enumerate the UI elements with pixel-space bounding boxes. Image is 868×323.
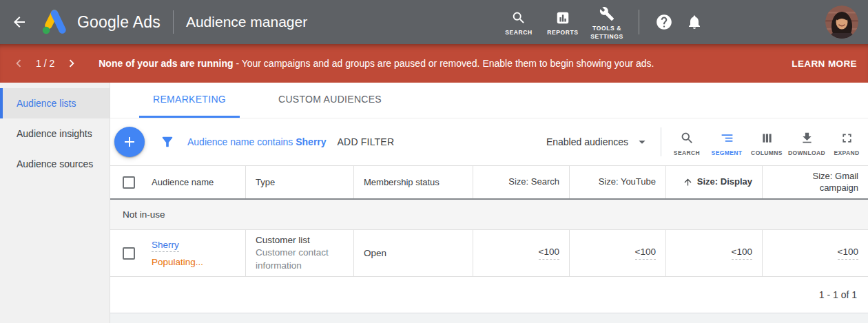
notifications-button[interactable] [679,14,710,30]
google-ads-logo-icon [40,8,69,37]
audience-name-stack: Sherry Populating... [152,240,203,267]
nav-tools-settings-label: TOOLS & SETTINGS [585,25,629,40]
learn-more-button[interactable]: LEARN MORE [792,59,857,69]
type-stack: Customer list Customer contact informati… [256,234,344,272]
column-label: Audience name [152,177,214,187]
size-youtube-value: <100 [635,247,656,260]
banner-message: None of your ads are running - Your camp… [99,58,654,69]
size-gmail-value: <100 [838,247,858,260]
column-header-size-search[interactable]: Size: Search [473,166,569,198]
chevron-right-icon [64,56,79,71]
bell-icon [686,14,703,30]
toolbar-divider [661,127,661,156]
cell-size-gmail: <100 [762,230,868,276]
help-icon [655,13,673,31]
active-indicator [0,88,3,118]
column-header-size-gmail[interactable]: Size: Gmail campaign [762,166,868,198]
table-row: Sherry Populating... Customer list Custo… [110,230,868,277]
banner-pagination: 1 / 2 [36,58,54,69]
banner-previous-button[interactable] [11,56,26,71]
segment-button[interactable]: SEGMENT [707,128,747,156]
select-all-checkbox[interactable] [123,176,135,189]
type-detail: Customer contact information [256,247,344,271]
add-audience-button[interactable] [114,127,145,157]
columns-icon [760,131,774,145]
toolbar: Audience name contains Sherry ADD FILTER… [110,118,868,165]
column-label: Size: Display [697,176,752,188]
tab-custom-audiences[interactable]: CUSTOM AUDIENCES [265,83,395,118]
header-nav-divider [639,10,639,34]
populating-status: Populating... [152,257,203,267]
sidebar-item-label: Audience lists [17,98,76,109]
size-search-value: <100 [539,247,559,260]
filter-button[interactable] [160,134,175,149]
nav-search-label: SEARCH [505,29,533,37]
sidebar-item-label: Audience insights [17,128,92,139]
column-header-size-youtube[interactable]: Size: YouTube [569,166,665,198]
audience-name-link[interactable]: Sherry [152,240,179,252]
account-avatar[interactable] [825,6,858,39]
add-filter-button[interactable]: ADD FILTER [338,136,395,147]
audience-view-value: Enabled audiences [546,136,628,147]
row-checkbox[interactable] [123,247,135,260]
cell-size-display: <100 [665,230,762,276]
cell-membership-status: Open [353,230,473,276]
size-display-value: <100 [732,247,752,260]
download-button[interactable]: DOWNLOAD [787,128,827,156]
back-button[interactable] [11,14,28,30]
expand-icon [840,131,854,145]
active-filter-chip[interactable]: Audience name contains Sherry [187,136,327,147]
search-icon [511,10,526,25]
table-footer: 1 - 1 of 1 [110,277,868,313]
chevron-down-icon [634,134,650,149]
download-label: DOWNLOAD [788,149,825,156]
banner-message-rest: - Your campaigns and ad groups are pause… [234,58,654,69]
expand-label: EXPAND [834,149,859,156]
table-header-row: Audience name Type Membership status Siz… [110,165,868,200]
column-header-audience-name[interactable]: Audience name [110,166,245,198]
chevron-left-icon [11,56,26,71]
sidebar: Audience lists Audience insights Audienc… [0,83,110,323]
columns-button[interactable]: COLUMNS [747,128,787,156]
audience-view-dropdown[interactable]: Enabled audiences [546,134,650,149]
page-title: Audience manager [186,14,307,30]
table-search-button[interactable]: SEARCH [667,128,707,156]
help-button[interactable] [649,13,679,31]
filter-chip-prefix: Audience name contains [187,136,293,147]
header-divider [173,10,174,34]
tab-remarketing[interactable]: REMARKETING [139,83,240,118]
sidebar-item-audience-insights[interactable]: Audience insights [0,118,110,149]
columns-label: COLUMNS [751,149,783,156]
top-navigation: SEARCH REPORTS TOOLS & SETTINGS [497,3,710,40]
membership-status-value: Open [364,248,386,258]
cell-size-youtube: <100 [569,230,665,276]
cell-audience-name: Sherry Populating... [110,230,245,276]
table-search-label: SEARCH [674,149,700,156]
sidebar-item-audience-lists[interactable]: Audience lists [0,88,110,118]
sort-ascending-icon [683,177,693,187]
banner-next-button[interactable] [64,56,79,71]
sidebar-item-label: Audience sources [17,158,93,169]
sidebar-item-audience-sources[interactable]: Audience sources [0,149,110,179]
column-header-size-display[interactable]: Size: Display [665,166,762,198]
nav-tools-settings-button[interactable]: TOOLS & SETTINGS [585,3,629,40]
plus-icon [121,134,138,150]
column-header-type[interactable]: Type [245,166,353,198]
nav-search-button[interactable]: SEARCH [497,8,541,37]
main-panel: REMARKETING CUSTOM AUDIENCES Audience na… [110,83,868,323]
funnel-icon [160,134,175,149]
wrench-icon [599,6,614,21]
cell-size-search: <100 [473,230,569,276]
product-name: Google Ads [77,13,161,32]
banner-message-bold: None of your ads are running [99,58,233,69]
cell-type: Customer list Customer contact informati… [245,230,353,276]
reports-icon [555,10,570,25]
nav-reports-label: REPORTS [547,29,578,37]
pagination-text: 1 - 1 of 1 [819,289,857,300]
nav-reports-button[interactable]: REPORTS [541,8,585,37]
arrow-left-icon [11,14,28,30]
page-background [110,313,868,323]
expand-button[interactable]: EXPAND [827,128,867,156]
column-header-membership-status[interactable]: Membership status [353,166,473,198]
top-app-bar: Google Ads Audience manager SEARCH REPOR… [0,0,868,44]
